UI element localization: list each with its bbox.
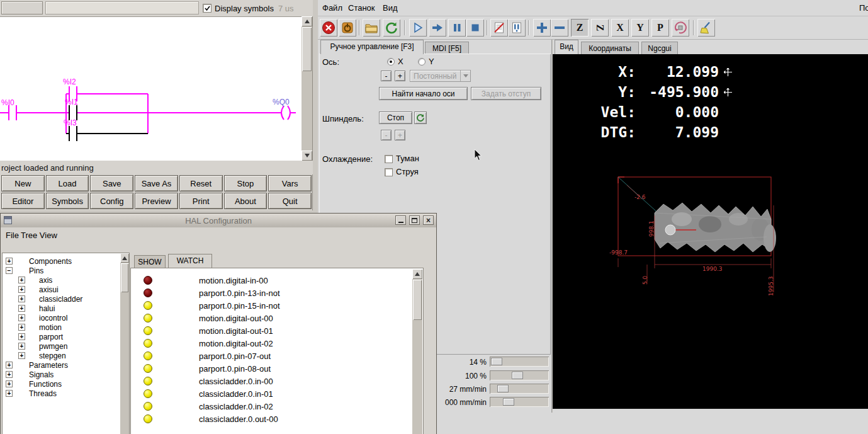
save-as-button[interactable]: Save As <box>135 175 178 191</box>
spindle-direction-button[interactable] <box>414 111 427 124</box>
hal-titlebar[interactable]: HAL Configuration × <box>1 214 436 227</box>
tree-item-classicladder[interactable]: classicladder <box>3 294 129 304</box>
menu-tree-view[interactable]: Tree View <box>21 231 57 240</box>
watch-row[interactable]: motion.digital-out-01 <box>131 324 423 337</box>
watch-row[interactable]: parport.0.pin-13-in-not <box>131 287 423 299</box>
view-side-button[interactable]: X <box>611 19 629 37</box>
expander-icon[interactable] <box>6 390 13 397</box>
flood-checkbox[interactable] <box>385 168 393 176</box>
feed-override-slider[interactable] <box>490 370 549 380</box>
about-button[interactable]: About <box>224 193 268 209</box>
new-button[interactable]: New <box>1 175 45 191</box>
watch-row[interactable]: motion.digital-out-00 <box>131 312 423 324</box>
watch-row[interactable]: parport.0.pin-07-out <box>131 350 423 362</box>
view-rotated-top-button[interactable]: Z <box>591 19 609 37</box>
scroll-up-button[interactable] <box>412 269 422 279</box>
display-symbols-checkbox[interactable] <box>203 4 211 13</box>
tree-scrollbar[interactable] <box>120 253 129 434</box>
tree-item-functions[interactable]: Functions <box>3 379 129 389</box>
watch-row[interactable]: classicladder.0.in-02 <box>131 400 423 413</box>
view-perspective-button[interactable]: P <box>651 19 669 37</box>
watch-row[interactable]: classicladder.0.out-00 <box>131 413 423 425</box>
expander-icon[interactable] <box>18 343 25 350</box>
tab-mdi[interactable]: MDI [F5] <box>425 42 469 54</box>
spindle-minus-button[interactable]: - <box>381 130 392 140</box>
tab-show[interactable]: SHOW <box>134 255 166 268</box>
expander-icon[interactable] <box>18 305 25 312</box>
jog-speed-slider[interactable] <box>490 357 549 367</box>
tab-watch[interactable]: WATCH <box>168 254 212 268</box>
close-button[interactable]: × <box>423 215 434 225</box>
preview-button[interactable]: Preview <box>135 193 178 209</box>
section-display-field[interactable] <box>45 1 199 14</box>
pause-button[interactable] <box>448 19 466 37</box>
rung-nav-control[interactable] <box>1 1 43 14</box>
clear-plot-button[interactable] <box>697 19 715 37</box>
watch-row[interactable]: motion.digital-out-02 <box>131 337 423 350</box>
jog-plus-button[interactable]: + <box>395 71 405 81</box>
maximize-button[interactable] <box>409 215 420 225</box>
expander-icon[interactable] <box>18 333 25 340</box>
expander-icon[interactable] <box>6 380 13 387</box>
reset-button[interactable]: Reset <box>179 175 223 191</box>
rotate-view-button[interactable] <box>672 19 689 37</box>
watch-row[interactable]: parport.0.pin-08-out <box>131 362 423 375</box>
watch-row[interactable]: motion.digital-in-00 <box>131 274 423 287</box>
slider-handle[interactable] <box>512 372 523 379</box>
spindle-plus-button[interactable]: + <box>395 130 405 140</box>
save-button[interactable]: Save <box>90 175 133 191</box>
tree-item-parameters[interactable]: Parameters <box>3 360 129 370</box>
stop-button[interactable] <box>466 19 484 37</box>
menu-file[interactable]: Файл <box>322 3 342 13</box>
tab-ngcgui[interactable]: Ngcgui <box>641 42 678 54</box>
scrollbar-thumb[interactable] <box>302 27 312 71</box>
config-button[interactable]: Config <box>90 193 133 209</box>
tree-item-parport[interactable]: parport <box>3 332 129 341</box>
tab-manual-control[interactable]: Ручное управление [F3] <box>320 40 424 54</box>
reload-button[interactable] <box>383 19 400 37</box>
tab-preview[interactable]: Вид <box>555 40 578 54</box>
tree-item-iocontrol[interactable]: iocontrol <box>3 313 129 323</box>
home-axis-button[interactable]: Найти начало оси <box>379 87 468 100</box>
minimize-button[interactable] <box>395 215 406 225</box>
tree-item-axis[interactable]: axis <box>3 275 129 285</box>
watch-row[interactable]: classicladder.0.in-01 <box>131 387 423 400</box>
ladder-scrollbar[interactable] <box>302 16 312 161</box>
expander-icon[interactable] <box>18 277 25 283</box>
collapse-icon[interactable] <box>6 267 13 274</box>
jog-minus-button[interactable]: - <box>381 71 392 81</box>
radio-axis-x[interactable] <box>387 58 395 66</box>
tree-item-stepgen[interactable]: stepgen <box>3 351 129 360</box>
slider-handle[interactable] <box>497 385 509 392</box>
menu-help-clipped[interactable]: По <box>859 3 868 13</box>
scroll-up-button[interactable] <box>120 253 129 263</box>
slider-handle[interactable] <box>503 398 514 406</box>
expander-icon[interactable] <box>18 352 25 359</box>
expander-icon[interactable] <box>6 258 13 265</box>
scroll-up-button[interactable] <box>302 16 312 26</box>
expander-icon[interactable] <box>6 371 13 378</box>
view-top-button[interactable]: Z <box>571 19 589 37</box>
spindle-stop-button[interactable]: Стоп <box>379 111 412 124</box>
mist-checkbox[interactable] <box>385 155 393 163</box>
load-button[interactable]: Load <box>46 175 89 191</box>
optional-stop-toggle[interactable] <box>508 19 526 37</box>
open-file-button[interactable] <box>363 19 380 37</box>
tree-item-pwmgen[interactable]: pwmgen <box>3 341 129 351</box>
editor-button[interactable]: Editor <box>1 193 45 209</box>
slider-handle[interactable] <box>491 358 502 365</box>
scrollbar-thumb[interactable] <box>121 263 128 292</box>
skip-lines-toggle[interactable] <box>490 19 508 37</box>
expander-icon[interactable] <box>18 295 25 302</box>
quit-button[interactable]: Quit <box>268 193 312 209</box>
expander-icon[interactable] <box>18 314 25 321</box>
expander-icon[interactable] <box>18 324 25 331</box>
tree-item-axisui[interactable]: axisui <box>3 285 129 294</box>
velocity-slider[interactable] <box>490 384 549 394</box>
step-button[interactable] <box>429 19 446 37</box>
scroll-down-button[interactable] <box>302 151 312 161</box>
estop-button[interactable] <box>320 19 337 37</box>
machine-on-button[interactable] <box>339 19 356 37</box>
tab-coordinates[interactable]: Координаты <box>581 42 639 54</box>
max-velocity-slider[interactable] <box>490 397 549 407</box>
